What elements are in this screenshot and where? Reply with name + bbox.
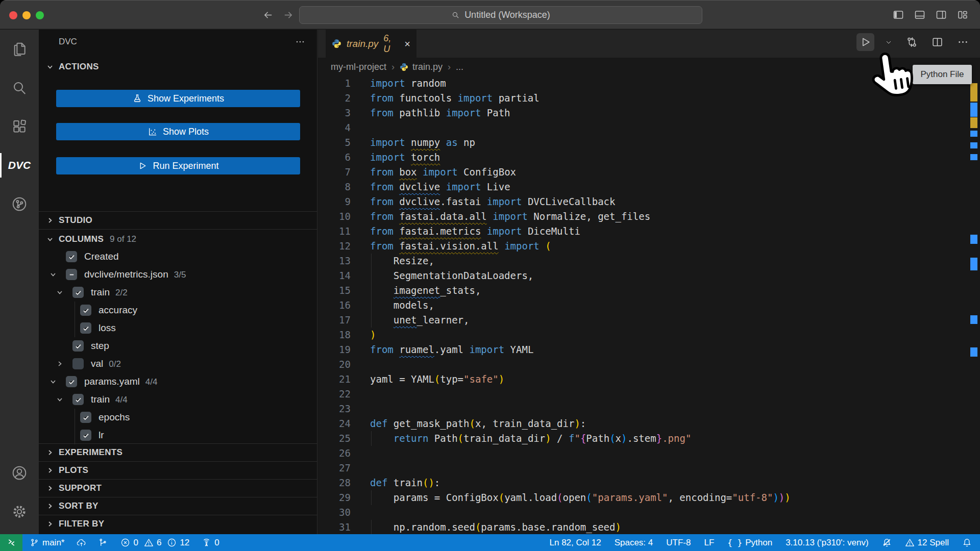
breadcrumb-item[interactable]: my-ml-project (331, 62, 386, 72)
activity-item-account[interactable] (0, 454, 39, 492)
tree-item-params-yaml[interactable]: params.yaml4/4 (39, 373, 317, 391)
run-button[interactable] (856, 33, 874, 51)
line-number: 23 (318, 402, 351, 416)
cursor-position[interactable]: Ln 82, Col 12 (550, 538, 601, 548)
line-number: 10 (318, 209, 351, 224)
section-actions[interactable]: ACTIONS (46, 58, 99, 76)
command-center-search[interactable]: Untitled (Workspace) (299, 6, 702, 24)
status-group: 0 (202, 538, 219, 548)
code-line: 25 return Path(train_data_dir) / f"{Path… (318, 431, 980, 446)
checkbox[interactable] (66, 376, 77, 387)
line-number: 14 (318, 268, 351, 283)
activity-item-search[interactable] (0, 68, 39, 107)
checkbox[interactable] (80, 322, 91, 334)
tree-item-train[interactable]: train4/4 (39, 391, 317, 409)
section-studio[interactable]: STUDIO (39, 211, 317, 230)
infos-count[interactable]: 12 (167, 538, 189, 548)
tree-item-loss[interactable]: loss (39, 319, 317, 337)
tree-item-label: params.yaml4/4 (84, 376, 157, 387)
close-window-button[interactable] (9, 11, 17, 19)
checkbox[interactable] (80, 305, 91, 316)
tree-item-created[interactable]: Created (39, 248, 317, 266)
code-editor[interactable]: 1import random2from functools import par… (318, 76, 980, 534)
tree-item-accuracy[interactable]: accuracy (39, 302, 317, 319)
dvc-status[interactable] (99, 538, 108, 547)
minimize-window-button[interactable] (22, 11, 31, 19)
run-dropdown-button[interactable] (882, 36, 895, 49)
checkbox[interactable] (72, 394, 84, 405)
remote-indicator[interactable] (0, 534, 22, 551)
toggle-panel-button[interactable] (914, 9, 926, 21)
bell-slash-icon (882, 538, 892, 547)
code-text: from pathlib import Path (370, 106, 510, 120)
checkbox[interactable] (72, 287, 84, 298)
forward-button[interactable] (282, 9, 294, 21)
more-actions-icon[interactable] (295, 36, 306, 47)
close-tab-icon[interactable]: × (404, 39, 410, 49)
checkbox[interactable] (80, 430, 91, 441)
section-label: ACTIONS (59, 62, 99, 72)
toggle-secondary-sidebar-button[interactable] (935, 9, 947, 21)
checkbox[interactable] (80, 412, 91, 423)
checkbox[interactable] (66, 269, 77, 280)
line-number: 20 (318, 357, 351, 372)
breadcrumb-item[interactable]: ... (456, 62, 463, 72)
extensions-icon (11, 118, 28, 135)
columns-count: 9 of 12 (110, 234, 136, 244)
python-interpreter[interactable]: 3.10.13 ('p310': venv) (786, 538, 868, 548)
toggle-sidebar-button[interactable] (892, 9, 904, 21)
activity-item-explorer[interactable] (0, 30, 39, 68)
split-editor-button[interactable] (928, 33, 946, 51)
section-sort-by[interactable]: SORT BY (39, 497, 317, 515)
tree-item-val[interactable]: val0/2 (39, 355, 317, 373)
status-bar: main*06120 Ln 82, Col 12Spaces: 4UTF-8LF… (0, 534, 980, 551)
warning-icon (144, 538, 154, 547)
indentation[interactable]: Spaces: 4 (615, 538, 653, 548)
activity-item-source-control[interactable] (0, 185, 39, 223)
language-mode[interactable]: { }Python (727, 538, 772, 548)
section-plots[interactable]: PLOTS (39, 461, 317, 479)
checkbox[interactable] (72, 358, 84, 369)
encoding[interactable]: UTF-8 (666, 538, 691, 548)
chevron-right-icon (46, 466, 54, 474)
tree-item-step[interactable]: step (39, 337, 317, 355)
warnings-count[interactable]: 6 (144, 538, 161, 548)
notifications[interactable] (962, 538, 972, 547)
notifications-muted[interactable] (882, 538, 892, 547)
section-columns[interactable]: COLUMNS 9 of 12 (46, 231, 136, 248)
code-line: 16 models, (318, 298, 980, 313)
section-support[interactable]: SUPPORT (39, 479, 317, 497)
publish-status[interactable] (77, 538, 86, 547)
errors-count[interactable]: 0 (120, 538, 138, 548)
activity-item-settings[interactable] (0, 492, 39, 531)
tree-item-label: accuracy (99, 305, 137, 316)
breadcrumb-item[interactable]: train.py (400, 62, 443, 72)
customize-layout-button[interactable] (957, 9, 969, 21)
zoom-window-button[interactable] (36, 11, 44, 19)
section-experiments[interactable]: EXPERIMENTS (39, 443, 317, 461)
ports-status[interactable]: 0 (202, 538, 219, 548)
checkbox[interactable] (72, 340, 84, 352)
activity-item-dvc[interactable]: DVC (0, 146, 39, 185)
error-icon (120, 538, 130, 547)
git-branch-status[interactable]: main* (30, 538, 64, 548)
code-line: 7from box import ConfigBox (318, 165, 980, 180)
run-experiment-button[interactable]: Run Experiment (56, 157, 300, 174)
show-experiments-button[interactable]: Show Experiments (56, 90, 300, 107)
line-number: 31 (318, 520, 351, 534)
tree-item-epochs[interactable]: epochs (39, 409, 317, 427)
activity-item-extensions[interactable] (0, 107, 39, 146)
tree-item-dvclive-metrics-json[interactable]: dvclive/metrics.json3/5 (39, 266, 317, 284)
tree-item-lr[interactable]: lr (39, 427, 317, 444)
code-line: 15 imagenet_stats, (318, 283, 980, 298)
checkbox[interactable] (66, 251, 77, 262)
back-button[interactable] (262, 9, 274, 21)
tree-item-train[interactable]: train2/2 (39, 284, 317, 302)
spell-checker[interactable]: 12 Spell (905, 538, 949, 548)
section-filter-by[interactable]: FILTER BY (39, 515, 317, 533)
show-plots-button[interactable]: Show Plots (56, 123, 300, 140)
more-actions-button[interactable] (954, 33, 972, 51)
tab-train-py[interactable]: train.py 6, U × (326, 30, 416, 58)
eol[interactable]: LF (704, 538, 714, 548)
more-actions-icon (957, 36, 969, 48)
